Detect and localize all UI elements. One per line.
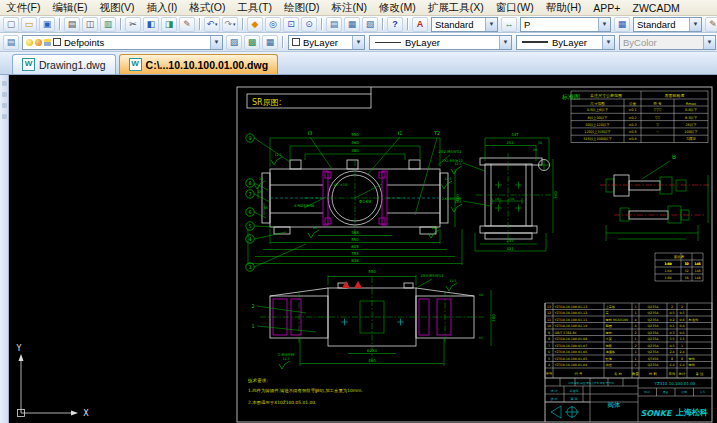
dwg-text: Q235A — [648, 363, 660, 367]
dim-style-icon[interactable]: ↔ — [501, 17, 517, 32]
redo-button[interactable]: ↷▾ — [222, 17, 238, 32]
menu-item[interactable]: 窗口(W) — [490, 1, 540, 15]
dwg-text: 尺寸范围 — [590, 102, 605, 106]
cad-drawing[interactable]: SR原图:标准图550460380368550605754838I3I1T2Φ1… — [8, 75, 717, 423]
dwg-text: 10 — [547, 324, 551, 328]
dwg-text: 1:60 — [664, 269, 671, 273]
cut-button[interactable]: ✂ — [125, 17, 141, 32]
dwg-text: 9 — [548, 331, 550, 335]
copy-button[interactable]: ◧ — [143, 17, 159, 32]
tool-palettes-button[interactable]: ▧ — [362, 17, 378, 32]
dropdown-arrow[interactable]: ▼ — [210, 36, 222, 49]
menu-item[interactable]: 扩展工具(X) — [422, 1, 490, 15]
text-style-combo[interactable]: Standard ▼ — [431, 17, 498, 32]
dwg-text: 1:80 — [664, 276, 671, 280]
mleader-style-icon[interactable]: ✎ — [705, 17, 717, 32]
dropdown-arrow[interactable]: ▼ — [689, 18, 701, 31]
plot-style-combo: ByColor ▼ — [619, 35, 716, 50]
menu-item[interactable]: 工具(T) — [232, 1, 278, 15]
menu-item[interactable]: 编辑(E) — [46, 1, 93, 15]
print-button[interactable]: ▤ — [64, 17, 80, 32]
zoom-realtime-button[interactable]: ◎ — [265, 17, 281, 32]
dim-style-combo[interactable]: P ▼ — [520, 17, 611, 32]
linetype-combo[interactable]: ByLayer ▼ — [369, 35, 512, 50]
color-combo[interactable]: ByLayer ▼ — [288, 35, 365, 50]
menu-item[interactable]: 插入(I) — [140, 1, 183, 15]
menu-item[interactable]: 修改(M) — [373, 1, 422, 15]
dwg-text: YZ310.10.100.01-04 — [555, 363, 588, 367]
publish-button[interactable]: ▥ — [100, 17, 116, 32]
dropdown-arrow[interactable]: ▼ — [352, 36, 364, 49]
dwg-text: 110 — [508, 197, 514, 201]
properties-button[interactable]: ▤ — [326, 17, 342, 32]
tab-current-drawing[interactable]: W C:\...10.10.100.01.00.dwg — [119, 54, 279, 74]
dwg-text: 0.5 — [669, 311, 674, 315]
dwg-text: 阀体 — [608, 401, 622, 409]
open-button[interactable]: ▭ — [21, 17, 37, 32]
table-style-icon[interactable]: ▦ — [614, 17, 630, 32]
layer-color-swatch[interactable] — [53, 38, 61, 46]
layer-states-icon[interactable]: ▦ — [262, 35, 278, 50]
dwg-text: 质量 — [663, 390, 669, 394]
dwg-text: 380 — [351, 148, 359, 153]
design-center-button[interactable]: ▦ — [344, 17, 360, 32]
dwg-text: 轴套 — [606, 344, 612, 348]
lineweight-combo[interactable]: ByLayer ▼ — [516, 35, 615, 50]
menu-item[interactable]: 格式(O) — [183, 1, 231, 15]
dwg-text: 550 — [351, 237, 359, 242]
new-button[interactable]: ▢ — [3, 17, 19, 32]
dropdown-arrow[interactable]: ▾ — [233, 20, 236, 29]
detail-view-b — [600, 161, 710, 241]
menu-item[interactable]: 视图(V) — [93, 1, 140, 15]
layer-lock-icon[interactable] — [44, 39, 51, 46]
tab-drawing1[interactable]: W Drawing1.dwg — [12, 54, 116, 74]
menu-item[interactable]: 文件(F) — [0, 1, 46, 15]
undo-button[interactable]: ↶▾ — [204, 17, 220, 32]
dropdown-arrow[interactable]: ▾ — [215, 20, 218, 29]
layer-previous-icon[interactable]: ▩ — [244, 35, 260, 50]
menu-item[interactable]: 绘图(D) — [278, 1, 326, 15]
paste-button[interactable]: ◨ — [161, 17, 177, 32]
dwg-text: I1 — [398, 130, 403, 136]
dwg-text: 40°±15' — [334, 183, 349, 187]
menu-item[interactable]: 帮助(H) — [540, 1, 588, 15]
dwg-file-icon: W — [129, 58, 142, 71]
menu-item[interactable]: APP+ — [587, 2, 626, 14]
dropdown-arrow[interactable]: ▼ — [602, 36, 614, 49]
match-properties-button[interactable]: ✎ — [179, 17, 195, 32]
print-preview-button[interactable]: ◫ — [82, 17, 98, 32]
dwg-text: 标准化 — [569, 389, 579, 393]
dwg-text: 38 — [684, 276, 688, 280]
dwg-text: 名 称 — [614, 372, 622, 376]
drawing-canvas[interactable]: SR原图:标准图550460380368550605754838I3I1T2Φ1… — [0, 75, 717, 423]
dwg-text: 347 — [511, 132, 519, 137]
dropdown-arrow[interactable]: ▼ — [485, 18, 497, 31]
dwg-text: 比例 — [681, 390, 687, 394]
dwg-text: ±0.8 — [628, 137, 636, 141]
dwg-text: 0.8 — [679, 318, 684, 322]
menu-item[interactable]: 标注(N) — [326, 1, 374, 15]
dwg-text: 32 — [684, 269, 688, 273]
help-button[interactable]: ? — [387, 17, 403, 32]
dwg-text: 5 — [548, 357, 550, 361]
tab-label: Drawing1.dwg — [39, 59, 106, 71]
layer-freeze-icon[interactable] — [35, 39, 42, 46]
dwg-text: 0.5以上6以下 — [587, 108, 609, 112]
layer-manager-icon[interactable]: ▤ — [3, 35, 19, 50]
dropdown-arrow[interactable]: ▼ — [499, 36, 511, 49]
layer-on-icon[interactable] — [26, 39, 33, 46]
dropdown-arrow[interactable]: ▼ — [598, 18, 610, 31]
zoom-previous-button[interactable]: ⊙ — [301, 17, 317, 32]
pan-button[interactable]: ◆ — [247, 17, 263, 32]
dwg-text: 速比表 — [674, 255, 685, 259]
make-object-layer-current-icon[interactable]: ▨ — [226, 35, 242, 50]
dwg-text: 6 — [248, 209, 251, 215]
print-preview-icon: ◫ — [86, 20, 95, 29]
menu-item[interactable]: ZWCADM — [626, 2, 685, 14]
text-style-icon[interactable]: A — [412, 17, 428, 32]
zoom-window-button[interactable]: ⊡ — [283, 17, 299, 32]
layer-combo[interactable]: Defpoints ▼ — [22, 35, 223, 50]
dwg-text: 251 — [506, 140, 514, 145]
table-style-combo[interactable]: Standard ▼ — [633, 17, 702, 32]
save-button[interactable]: ▣ — [39, 17, 55, 32]
